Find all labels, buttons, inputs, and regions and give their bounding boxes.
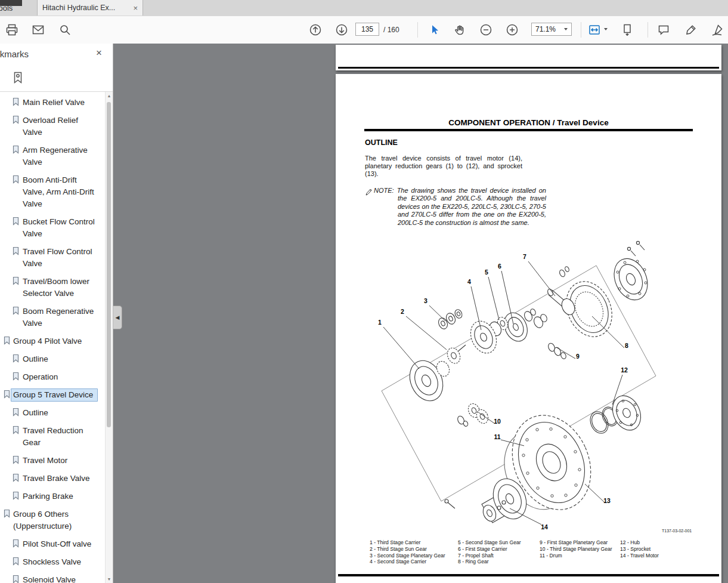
bookmarks-panel-header: Bookmarks × <box>0 44 113 66</box>
bookmark-item[interactable]: Boom Regenerative Valve <box>0 303 99 332</box>
legend-column: 1 - Third Stage Carrier2 - Third Stage S… <box>370 539 445 565</box>
bookmark-item[interactable]: Outline <box>0 350 99 368</box>
header-rule <box>364 129 693 131</box>
toolbar-separator <box>417 22 418 38</box>
bookmark-icon <box>12 354 20 366</box>
bookmark-icon <box>12 97 20 110</box>
bookmark-item-label: Pilot Shut-Off valve <box>20 538 98 551</box>
bookmark-item[interactable]: Parking Brake <box>0 488 99 505</box>
bookmark-item-label: Outline <box>20 353 98 366</box>
bookmark-item[interactable]: Main Relief Valve <box>0 94 99 112</box>
tab-document[interactable]: Hitachi Hydraulic Ex... × <box>37 0 143 16</box>
bookmark-item[interactable]: Travel Motor <box>0 452 99 470</box>
bookmark-icon <box>12 491 20 504</box>
bookmark-icon <box>12 115 20 128</box>
pdf-page: COMPONENT OPERATION / Travel Device OUTL… <box>336 74 721 583</box>
scrollbar-up-icon[interactable]: ▲ <box>106 94 113 98</box>
sidebar-scrollbar[interactable]: ▲ ▼ <box>105 92 113 583</box>
page-number-input[interactable] <box>355 23 379 36</box>
bookmark-item-label: Arm Regenerative Valve <box>20 144 98 169</box>
bookmark-item[interactable]: Travel Brake Valve <box>0 470 99 488</box>
callout-number: 11 <box>494 433 500 440</box>
sign-button[interactable] <box>709 21 726 38</box>
zoom-level-select[interactable]: 71.1% <box>531 23 572 36</box>
legend-entry: 13 - Sprocket <box>620 546 659 553</box>
bookmark-item[interactable]: Solenoid Valve <box>0 571 99 583</box>
bookmark-item[interactable]: Boom Anti-Drift Valve, Arm Anti-Drift Va… <box>0 171 99 213</box>
tab-tools[interactable]: Tools <box>0 0 26 16</box>
scrollbar-down-icon[interactable]: ▼ <box>106 577 113 581</box>
tab-bar: Tools Hitachi Hydraulic Ex... × <box>0 0 728 17</box>
bookmark-item[interactable]: Bucket Flow Control Valve <box>0 213 99 243</box>
bookmark-item[interactable]: Shockless Valve <box>0 553 99 571</box>
scrollbar-thumb[interactable] <box>107 102 111 427</box>
bookmark-item[interactable]: Arm Regenerative Valve <box>0 141 99 171</box>
toolbar: / 160 71.1% <box>0 16 728 44</box>
hand-tool-button[interactable] <box>451 21 468 38</box>
legend-entry: 14 - Travel Motor <box>620 553 659 559</box>
search-button[interactable] <box>57 21 73 38</box>
bookmark-icon <box>12 372 20 384</box>
panel-collapse-handle[interactable]: ◀ <box>113 306 122 329</box>
bookmark-icon <box>12 408 20 420</box>
bookmark-item-label: Travel Motor <box>20 454 98 467</box>
bookmark-item-label: Group 6 Others (Upperstructure) <box>11 508 98 533</box>
note-icon <box>365 187 372 198</box>
bookmark-icon <box>12 539 20 551</box>
chevron-down-icon <box>564 28 568 30</box>
zoom-in-button[interactable] <box>504 21 521 38</box>
bookmark-item[interactable]: Operation <box>0 368 99 386</box>
document-canvas[interactable]: ◀ COMPONENT OPERATION / Travel Device OU… <box>113 44 728 583</box>
email-button[interactable] <box>30 21 47 38</box>
bookmark-icon <box>12 575 20 583</box>
page-scroll-icon <box>621 23 634 36</box>
select-tool-button[interactable] <box>426 21 442 38</box>
tab-document-title: Hitachi Hydraulic Ex... <box>42 4 129 12</box>
callout-number: 9 <box>576 353 580 360</box>
bookmark-item-label: Shockless Valve <box>20 556 98 569</box>
bookmark-item-label: Travel Reduction Gear <box>20 424 98 449</box>
page-count-label: / 160 <box>383 26 399 34</box>
previous-page-button[interactable] <box>307 21 324 38</box>
callout-number: 7 <box>523 253 526 260</box>
bookmarks-panel-title: Bookmarks <box>0 49 29 59</box>
search-icon <box>58 23 72 36</box>
callout-number: 12 <box>621 366 628 374</box>
next-page-button[interactable] <box>333 21 350 38</box>
callout-number: 1 <box>378 319 382 326</box>
bookmark-item[interactable]: Travel/Boom lower Selector Valve <box>0 273 99 303</box>
bookmark-list[interactable]: Main Relief ValveOverload Relief ValveAr… <box>0 92 105 583</box>
bookmarks-panel: Bookmarks × Main Relief ValveOverload Re… <box>0 44 113 583</box>
bookmark-item[interactable]: Group 5 Travel Device <box>0 386 99 404</box>
bookmark-item[interactable]: Outline <box>0 404 99 422</box>
legend-entry: 12 - Hub <box>620 539 659 546</box>
fit-width-icon <box>588 23 601 36</box>
chevron-down-icon[interactable] <box>604 28 608 30</box>
print-button[interactable] <box>4 21 20 38</box>
comment-button[interactable] <box>655 21 672 38</box>
email-icon <box>32 23 45 36</box>
bookmark-item-label: Travel Brake Valve <box>20 472 98 485</box>
bookmark-icon <box>12 473 20 486</box>
figure-reference: T137-03-02-001 <box>662 529 692 533</box>
bookmark-icon <box>12 246 20 259</box>
callout-number: 2 <box>401 308 404 315</box>
bookmark-item[interactable]: Overload Relief Valve <box>0 112 99 141</box>
bookmark-options-button[interactable] <box>11 70 24 87</box>
bookmark-item[interactable]: Pilot Shut-Off valve <box>0 535 99 553</box>
bookmarks-panel-toolbar <box>0 66 113 92</box>
bookmark-item[interactable]: Group 6 Others (Upperstructure) <box>0 505 99 535</box>
bookmark-item[interactable]: Group 4 Pilot Valve <box>0 332 99 350</box>
printer-icon <box>5 23 18 36</box>
zoom-level-value: 71.1% <box>535 25 564 33</box>
highlight-button[interactable] <box>683 21 699 38</box>
bookmark-item[interactable]: Travel Flow Control Valve <box>0 243 99 273</box>
fit-width-button[interactable] <box>586 21 603 38</box>
panel-close-icon[interactable]: × <box>96 48 102 58</box>
tab-close-icon[interactable]: × <box>133 4 138 12</box>
bookmark-item[interactable]: Travel Reduction Gear <box>0 422 99 452</box>
bookmark-icon <box>3 336 11 348</box>
scroll-mode-button[interactable] <box>619 21 636 38</box>
zoom-out-button[interactable] <box>478 21 494 38</box>
callout-layer: 1234567891011121314 <box>360 233 693 531</box>
